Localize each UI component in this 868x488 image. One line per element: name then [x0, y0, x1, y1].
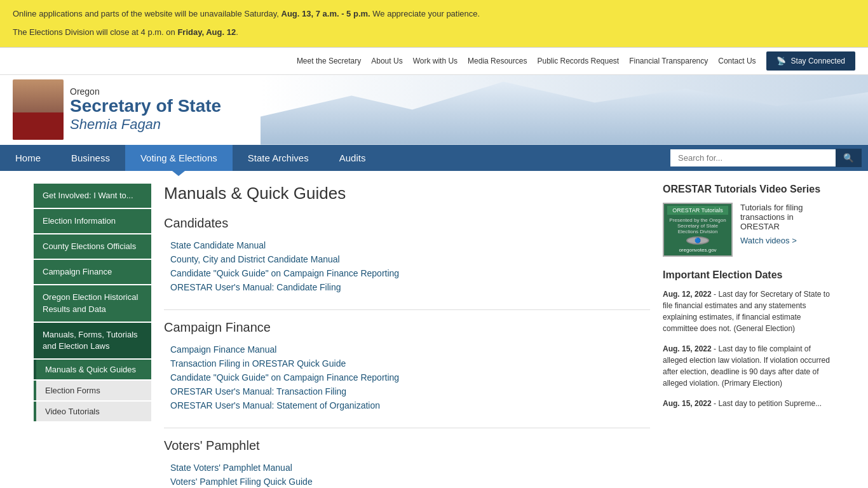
top-nav-public-records[interactable]: Public Records Request [537, 57, 619, 65]
section-divider-2 [164, 428, 650, 428]
alert-line1: Online applications and parts of the web… [13, 8, 855, 21]
sos-title: Secretary of State [70, 97, 221, 116]
nav-voting-elections[interactable]: Voting & Elections [125, 145, 233, 171]
sidebar-get-involved[interactable]: Get Involved: I Want to... [34, 184, 151, 208]
main-content: Manuals & Quick Guides Candidates State … [164, 184, 650, 488]
search-icon: 🔍 [843, 153, 854, 163]
sidebar: Get Involved: I Want to... Election Info… [34, 184, 151, 488]
top-nav: Meet the Secretary About Us Work with Us… [0, 48, 868, 75]
alert-line2: The Elections Division will close at 4 p… [13, 26, 855, 39]
top-nav-work-with-us[interactable]: Work with Us [413, 57, 458, 65]
date-0-date: Aug. 12, 2022 [663, 290, 712, 299]
link-orestar-transaction[interactable]: ORESTAR User's Manual: Transaction Filin… [164, 384, 650, 398]
sidebar-campaign-finance[interactable]: Campaign Finance [34, 260, 151, 284]
date-2-text: - Last day to petition Supreme... [714, 399, 822, 408]
sidebar-video-tutorials[interactable]: Video Tutorials [34, 402, 151, 421]
secretary-name: Shemia Fagan [70, 116, 221, 133]
voters-pamphlet-section: Voters' Pamphlet State Voters' Pamphlet … [164, 438, 650, 488]
link-transaction-filing[interactable]: Transaction Filing in ORESTAR Quick Guid… [164, 356, 650, 370]
sidebar-election-information[interactable]: Election Information [34, 209, 151, 233]
orestar-thumb-label: ORESTAR Tutorials [667, 206, 728, 215]
link-state-candidate-manual[interactable]: State Candidate Manual [164, 238, 650, 252]
header-text: Oregon Secretary of State Shemia Fagan [70, 86, 221, 133]
campaign-finance-heading: Campaign Finance [164, 320, 650, 335]
link-candidate-quick-guide-cf[interactable]: Candidate "Quick Guide" on Campaign Fina… [164, 370, 650, 384]
site-header: Oregon Secretary of State Shemia Fagan [0, 75, 868, 145]
top-nav-about-us[interactable]: About Us [371, 57, 402, 65]
top-nav-contact[interactable]: Contact Us [718, 57, 756, 65]
top-nav-financial-transparency[interactable]: Financial Transparency [629, 57, 708, 65]
orestar-thumbnail: ORESTAR Tutorials Presented by the Orego… [663, 203, 733, 257]
link-county-city-manual[interactable]: County, City and District Candidate Manu… [164, 252, 650, 266]
important-dates-title: Important Election Dates [663, 269, 834, 281]
campaign-finance-section: Campaign Finance Campaign Finance Manual… [164, 320, 650, 412]
orestar-seal: 🔵 [686, 236, 709, 245]
search-input[interactable] [670, 149, 836, 166]
candidates-heading: Candidates [164, 216, 650, 231]
date-item-1: Aug. 15, 2022 - Last day to file complai… [663, 343, 834, 389]
top-nav-media-resources[interactable]: Media Resources [468, 57, 527, 65]
sidebar-manuals-forms[interactable]: Manuals, Forms, Tutorials and Election L… [34, 323, 151, 358]
link-candidate-quick-guide[interactable]: Candidate "Quick Guide" on Campaign Fina… [164, 266, 650, 280]
stay-connected-button[interactable]: 📡 Stay Connected [766, 51, 855, 71]
orestar-widget-title: ORESTAR Tutorials Video Series [663, 184, 834, 195]
sidebar-county-elections[interactable]: County Elections Officials [34, 234, 151, 259]
secretary-photo [13, 79, 64, 140]
wifi-icon: 📡 [776, 57, 786, 65]
date-2-date: Aug. 15, 2022 [663, 399, 712, 408]
alert-banner: close (X) Online applications and parts … [0, 0, 868, 48]
sidebar-historical-results[interactable]: Oregon Election Historical Results and D… [34, 285, 151, 321]
link-state-voters-pamphlet[interactable]: State Voters' Pamphlet Manual [164, 461, 650, 475]
close-alert-link[interactable]: close (X) [817, 0, 855, 2]
orestar-widget-content: ORESTAR Tutorials Presented by the Orego… [663, 203, 834, 257]
nav-audits[interactable]: Audits [324, 145, 381, 171]
search-button[interactable]: 🔍 [836, 149, 862, 167]
date-1-date: Aug. 15, 2022 [663, 344, 712, 353]
watch-videos-link[interactable]: Watch videos > [740, 236, 797, 245]
nav-state-archives[interactable]: State Archives [233, 145, 324, 171]
important-dates-widget: Important Election Dates Aug. 12, 2022 -… [663, 269, 834, 409]
right-sidebar: ORESTAR Tutorials Video Series ORESTAR T… [663, 184, 834, 488]
link-campaign-finance-manual[interactable]: Campaign Finance Manual [164, 342, 650, 356]
top-nav-meet-secretary[interactable]: Meet the Secretary [297, 57, 361, 65]
orestar-widget: ORESTAR Tutorials Video Series ORESTAR T… [663, 184, 834, 257]
link-voters-pamphlet-quick[interactable]: Voters' Pamphlet Filing Quick Guide [164, 475, 650, 488]
orestar-url: oregonvotes.gov [679, 247, 716, 253]
page-title: Manuals & Quick Guides [164, 184, 650, 203]
link-orestar-statement[interactable]: ORESTAR User's Manual: Statement of Orga… [164, 398, 650, 412]
sidebar-manuals-quick[interactable]: Manuals & Quick Guides [34, 360, 151, 379]
page-content: Get Involved: I Want to... Election Info… [21, 171, 847, 488]
orestar-text-content: Tutorials for filing transactions in ORE… [740, 203, 834, 257]
mountain-background [261, 75, 868, 145]
nav-search-container: 🔍 [664, 145, 868, 171]
date-item-2: Aug. 15, 2022 - Last day to petition Sup… [663, 398, 834, 409]
voters-pamphlet-heading: Voters' Pamphlet [164, 438, 650, 453]
sidebar-election-forms[interactable]: Election Forms [34, 381, 151, 400]
main-nav: Home Business Voting & Elections State A… [0, 145, 868, 171]
date-item-0: Aug. 12, 2022 - Last day for Secretary o… [663, 288, 834, 334]
header-logo: Oregon Secretary of State Shemia Fagan [13, 79, 221, 140]
state-name: Oregon [70, 86, 221, 97]
section-divider-1 [164, 309, 650, 310]
nav-home[interactable]: Home [0, 145, 56, 171]
orestar-description: Tutorials for filing transactions in ORE… [740, 203, 834, 231]
nav-business[interactable]: Business [56, 145, 125, 171]
orestar-thumb-subtitle: Presented by the Oregon Secretary of Sta… [667, 217, 728, 234]
link-orestar-candidate[interactable]: ORESTAR User's Manual: Candidate Filing [164, 280, 650, 294]
candidates-section: Candidates State Candidate Manual County… [164, 216, 650, 294]
